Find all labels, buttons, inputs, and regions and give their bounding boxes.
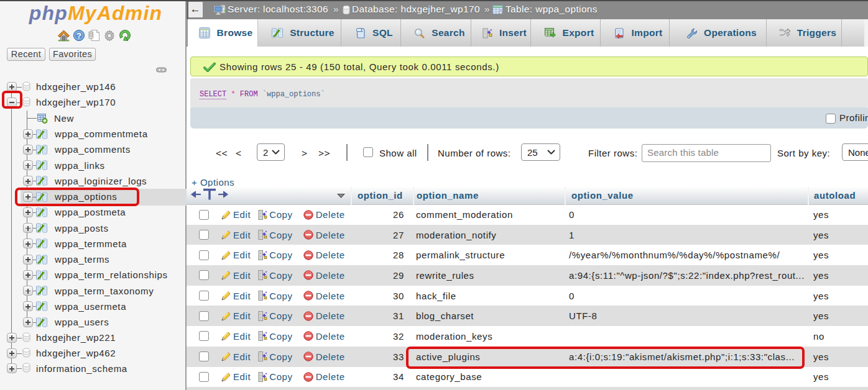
svg-text:?: ? xyxy=(76,31,81,40)
